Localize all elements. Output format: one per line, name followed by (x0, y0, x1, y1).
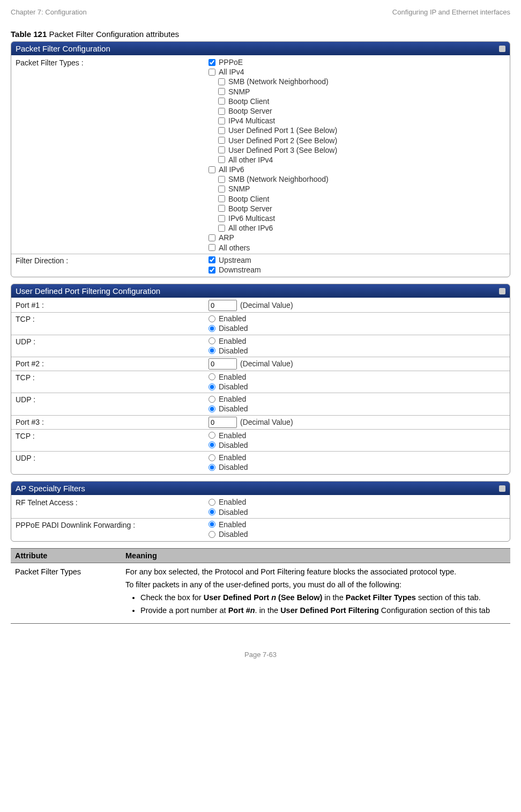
checkbox-allothers[interactable] (209, 244, 215, 251)
packet-filter-panel: Packet Filter Configuration Packet Filte… (11, 41, 510, 277)
label-upstream: Upstream (219, 255, 251, 265)
panel-title: Packet Filter Configuration (16, 44, 110, 53)
checkbox-snmp6[interactable] (218, 186, 225, 193)
radio-udp2-enabled[interactable] (209, 396, 215, 403)
caption-prefix: Table 121 (11, 29, 47, 39)
checkbox-allother4[interactable] (218, 156, 225, 163)
checkbox-bootps6[interactable] (218, 205, 225, 212)
row-label: UDP : (16, 336, 209, 346)
checkbox-bootpc4[interactable] (218, 98, 225, 105)
page-footer: Page 7-63 (11, 651, 510, 659)
label-disabled: Disabled (219, 529, 248, 539)
row-label: UDP : (16, 453, 209, 462)
radio-tcp3-disabled[interactable] (209, 441, 215, 448)
meaning-li2: Provide a port number at Port #n. in the… (140, 606, 506, 615)
panel-header: User Defined Port Filtering Configuratio… (11, 284, 510, 298)
label-ipv6mc: IPv6 Multicast (228, 213, 275, 223)
label-udp3: User Defined Port 3 (See Below) (228, 145, 337, 155)
radio-tcp3-enabled[interactable] (209, 432, 215, 439)
label-enabled: Enabled (219, 336, 246, 346)
radio-udp2-disabled[interactable] (209, 405, 215, 412)
row-label: Port #1 : (16, 300, 209, 309)
checkbox-ipv6mc[interactable] (218, 215, 225, 222)
checkbox-arp[interactable] (209, 234, 215, 241)
radio-tcp1-disabled[interactable] (209, 325, 215, 332)
port2-input[interactable] (209, 358, 237, 370)
label-enabled: Enabled (219, 314, 246, 323)
label-arp: ARP (219, 233, 234, 242)
row-label: Port #2 : (16, 358, 209, 368)
collapse-icon[interactable] (499, 485, 505, 492)
row-label: Packet Filter Types : (16, 57, 209, 67)
radio-tcp1-enabled[interactable] (209, 315, 215, 322)
row-label: RF Telnet Access : (16, 497, 209, 507)
label-enabled: Enabled (219, 520, 246, 529)
table-caption: Table 121 Packet Filter Configuration at… (11, 29, 510, 39)
checkbox-ipv4mc[interactable] (218, 117, 225, 124)
checkbox-udp2[interactable] (218, 137, 225, 144)
checkbox-smb4[interactable] (218, 78, 225, 85)
checkbox-allother6[interactable] (218, 225, 225, 232)
td-meaning: For any box selected, the Protocol and P… (121, 563, 510, 624)
label-snmp6: SNMP (228, 184, 250, 194)
panel-header: AP Specialty Filters (11, 482, 510, 495)
label-disabled: Disabled (219, 382, 248, 392)
radio-udp1-enabled[interactable] (209, 337, 215, 344)
decimal-hint: (Decimal Value) (240, 418, 293, 426)
specialty-panel: AP Specialty Filters RF Telnet Access : … (11, 481, 510, 542)
radio-tcp2-disabled[interactable] (209, 383, 215, 390)
radio-udp1-disabled[interactable] (209, 347, 215, 354)
label-bootps4: Bootp Server (228, 106, 272, 116)
radio-udp3-enabled[interactable] (209, 454, 215, 461)
checkbox-bootps4[interactable] (218, 108, 225, 115)
label-enabled: Enabled (219, 497, 246, 507)
port1-input[interactable] (209, 300, 237, 311)
checkbox-all-ipv6[interactable] (209, 166, 215, 173)
label-udp1: User Defined Port 1 (See Below) (228, 126, 337, 135)
checkbox-downstream[interactable] (209, 267, 215, 274)
radio-rf-disabled[interactable] (209, 508, 215, 515)
decimal-hint: (Decimal Value) (240, 359, 293, 368)
port3-input[interactable] (209, 417, 237, 428)
checkbox-udp3[interactable] (218, 146, 225, 153)
decimal-hint: (Decimal Value) (240, 301, 293, 309)
label-smb4: SMB (Network Neighborhood) (228, 77, 329, 86)
label-allother4: All other IPv4 (228, 155, 273, 165)
th-attribute: Attribute (11, 549, 121, 563)
row-label: TCP : (16, 314, 209, 323)
label-disabled: Disabled (219, 440, 248, 450)
checkbox-upstream[interactable] (209, 256, 215, 263)
caption-rest: Packet Filter Configuration attributes (47, 29, 179, 39)
label-disabled: Disabled (219, 462, 248, 472)
checkbox-snmp4[interactable] (218, 88, 225, 95)
th-meaning: Meaning (121, 549, 510, 563)
radio-padi-disabled[interactable] (209, 531, 215, 538)
checkbox-bootpc6[interactable] (218, 195, 225, 202)
meaning-li1: Check the box for User Defined Port n (S… (140, 593, 506, 602)
collapse-icon[interactable] (499, 288, 505, 294)
label-all-ipv4: All IPv4 (219, 67, 244, 77)
label-ipv4mc: IPv4 Multicast (228, 116, 275, 126)
label-enabled: Enabled (219, 372, 246, 382)
header-right: Configuring IP and Ethernet interfaces (392, 8, 510, 16)
label-all-ipv6: All IPv6 (219, 165, 244, 174)
checkbox-pppoe[interactable] (209, 59, 215, 66)
label-snmp4: SNMP (228, 87, 250, 97)
checkbox-all-ipv4[interactable] (209, 69, 215, 76)
label-downstream: Downstream (219, 265, 261, 275)
collapse-icon[interactable] (499, 46, 505, 52)
radio-tcp2-enabled[interactable] (209, 373, 215, 380)
label-bootpc6: Bootp Client (228, 194, 269, 204)
label-bootpc4: Bootp Client (228, 97, 269, 106)
checkbox-smb6[interactable] (218, 176, 225, 183)
radio-padi-enabled[interactable] (209, 521, 215, 528)
meaning-p1: For any box selected, the Protocol and P… (125, 567, 506, 576)
label-udp2: User Defined Port 2 (See Below) (228, 136, 337, 145)
radio-udp3-disabled[interactable] (209, 464, 215, 471)
radio-rf-enabled[interactable] (209, 499, 215, 506)
label-allothers: All others (219, 243, 250, 253)
row-label: PPPoE PADI Downlink Forwarding : (16, 520, 209, 529)
label-bootps6: Bootp Server (228, 204, 272, 213)
row-label: Port #3 : (16, 417, 209, 426)
checkbox-udp1[interactable] (218, 127, 225, 134)
